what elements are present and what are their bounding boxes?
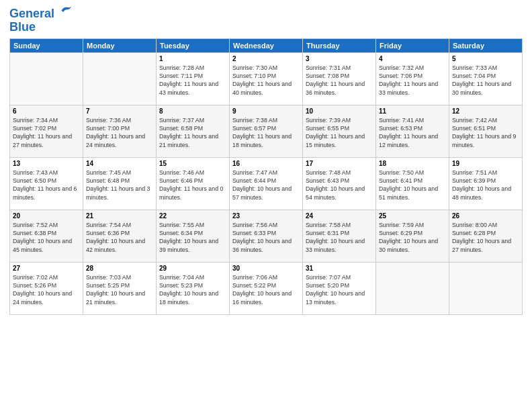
cell-day-number: 17 (306, 160, 373, 167)
cell-day-number: 21 (86, 212, 153, 220)
cell-info-text: Sunrise: 7:04 AMSunset: 5:23 PMDaylight:… (159, 273, 226, 306)
cell-info-text: Sunrise: 7:45 AMSunset: 6:48 PMDaylight:… (86, 169, 153, 201)
calendar-table: SundayMondayTuesdayWednesdayThursdayFrid… (9, 38, 523, 315)
cell-day-number: 29 (159, 265, 226, 272)
calendar-cell: 19Sunrise: 7:51 AMSunset: 6:39 PMDayligh… (449, 157, 523, 210)
calendar-cell: 31Sunrise: 7:07 AMSunset: 5:20 PMDayligh… (303, 262, 376, 314)
calendar-cell (449, 262, 523, 314)
cell-day-number: 22 (159, 212, 226, 220)
calendar-cell: 3Sunrise: 7:31 AMSunset: 7:08 PMDaylight… (303, 52, 376, 105)
cell-day-number: 9 (232, 107, 300, 115)
cell-day-number: 20 (13, 212, 80, 220)
calendar-cell: 13Sunrise: 7:43 AMSunset: 6:50 PMDayligh… (10, 157, 83, 210)
calendar-week-row: 13Sunrise: 7:43 AMSunset: 6:50 PMDayligh… (10, 157, 523, 210)
calendar-cell: 16Sunrise: 7:47 AMSunset: 6:44 PMDayligh… (230, 157, 303, 210)
cell-day-number: 14 (86, 160, 153, 167)
cell-info-text: Sunrise: 7:55 AMSunset: 6:34 PMDaylight:… (159, 221, 226, 254)
cell-info-text: Sunrise: 7:32 AMSunset: 7:06 PMDaylight:… (379, 64, 446, 97)
calendar-cell: 12Sunrise: 7:42 AMSunset: 6:51 PMDayligh… (449, 105, 523, 157)
cell-day-number: 1 (159, 55, 226, 62)
cell-day-number: 16 (232, 160, 300, 167)
cell-day-number: 13 (13, 160, 80, 167)
calendar-cell: 27Sunrise: 7:02 AMSunset: 5:26 PMDayligh… (10, 262, 83, 314)
cell-info-text: Sunrise: 7:06 AMSunset: 5:22 PMDaylight:… (232, 273, 300, 306)
calendar-week-row: 1Sunrise: 7:28 AMSunset: 7:11 PMDaylight… (10, 52, 523, 105)
calendar-cell (376, 262, 449, 314)
calendar-cell: 9Sunrise: 7:38 AMSunset: 6:57 PMDaylight… (230, 105, 303, 157)
cell-day-number: 19 (452, 160, 519, 167)
calendar-week-row: 20Sunrise: 7:52 AMSunset: 6:38 PMDayligh… (10, 210, 523, 262)
logo: General Blue (9, 7, 73, 34)
weekday-header-friday: Friday (376, 38, 449, 52)
cell-info-text: Sunrise: 7:33 AMSunset: 7:04 PMDaylight:… (452, 64, 519, 97)
logo-text: General (9, 7, 73, 21)
logo-bird-icon (59, 4, 73, 17)
cell-info-text: Sunrise: 7:58 AMSunset: 6:31 PMDaylight:… (306, 221, 373, 254)
page-header: General Blue (9, 7, 523, 34)
cell-info-text: Sunrise: 7:38 AMSunset: 6:57 PMDaylight:… (232, 116, 300, 149)
cell-day-number: 15 (159, 160, 226, 167)
cell-info-text: Sunrise: 8:00 AMSunset: 6:28 PMDaylight:… (452, 221, 519, 254)
cell-info-text: Sunrise: 7:43 AMSunset: 6:50 PMDaylight:… (13, 169, 80, 201)
cell-info-text: Sunrise: 7:51 AMSunset: 6:39 PMDaylight:… (452, 169, 519, 201)
cell-info-text: Sunrise: 7:48 AMSunset: 6:43 PMDaylight:… (306, 169, 373, 201)
cell-day-number: 25 (379, 212, 446, 220)
calendar-cell (10, 52, 83, 105)
cell-day-number: 28 (86, 265, 153, 272)
cell-info-text: Sunrise: 7:42 AMSunset: 6:51 PMDaylight:… (452, 116, 519, 149)
cell-day-number: 11 (379, 107, 446, 115)
calendar-cell: 20Sunrise: 7:52 AMSunset: 6:38 PMDayligh… (10, 210, 83, 262)
calendar-cell: 8Sunrise: 7:37 AMSunset: 6:58 PMDaylight… (157, 105, 230, 157)
calendar-cell: 10Sunrise: 7:39 AMSunset: 6:55 PMDayligh… (303, 105, 376, 157)
cell-info-text: Sunrise: 7:34 AMSunset: 7:02 PMDaylight:… (13, 116, 80, 149)
calendar-cell: 14Sunrise: 7:45 AMSunset: 6:48 PMDayligh… (83, 157, 157, 210)
cell-info-text: Sunrise: 7:46 AMSunset: 6:46 PMDaylight:… (159, 169, 226, 201)
calendar-cell: 21Sunrise: 7:54 AMSunset: 6:36 PMDayligh… (83, 210, 157, 262)
calendar-cell: 18Sunrise: 7:50 AMSunset: 6:41 PMDayligh… (376, 157, 449, 210)
calendar-cell: 2Sunrise: 7:30 AMSunset: 7:10 PMDaylight… (230, 52, 303, 105)
cell-info-text: Sunrise: 7:47 AMSunset: 6:44 PMDaylight:… (232, 169, 300, 201)
calendar-cell: 29Sunrise: 7:04 AMSunset: 5:23 PMDayligh… (157, 262, 230, 314)
calendar-cell: 23Sunrise: 7:56 AMSunset: 6:33 PMDayligh… (230, 210, 303, 262)
cell-info-text: Sunrise: 7:52 AMSunset: 6:38 PMDaylight:… (13, 221, 80, 254)
cell-info-text: Sunrise: 7:54 AMSunset: 6:36 PMDaylight:… (86, 221, 153, 254)
cell-info-text: Sunrise: 7:39 AMSunset: 6:55 PMDaylight:… (306, 116, 373, 149)
cell-info-text: Sunrise: 7:31 AMSunset: 7:08 PMDaylight:… (306, 64, 373, 97)
cell-day-number: 24 (306, 212, 373, 220)
weekday-header-tuesday: Tuesday (157, 38, 230, 52)
cell-info-text: Sunrise: 7:59 AMSunset: 6:29 PMDaylight:… (379, 221, 446, 254)
calendar-cell: 11Sunrise: 7:41 AMSunset: 6:53 PMDayligh… (376, 105, 449, 157)
weekday-header-monday: Monday (83, 38, 157, 52)
cell-day-number: 18 (379, 160, 446, 167)
cell-day-number: 8 (159, 107, 226, 115)
cell-day-number: 4 (379, 55, 446, 62)
calendar-cell: 1Sunrise: 7:28 AMSunset: 7:11 PMDaylight… (157, 52, 230, 105)
calendar-cell: 5Sunrise: 7:33 AMSunset: 7:04 PMDaylight… (449, 52, 523, 105)
calendar-cell: 22Sunrise: 7:55 AMSunset: 6:34 PMDayligh… (157, 210, 230, 262)
calendar-cell: 30Sunrise: 7:06 AMSunset: 5:22 PMDayligh… (230, 262, 303, 314)
weekday-header-saturday: Saturday (449, 38, 523, 52)
cell-day-number: 12 (452, 107, 519, 115)
calendar-cell: 4Sunrise: 7:32 AMSunset: 7:06 PMDaylight… (376, 52, 449, 105)
weekday-header-wednesday: Wednesday (230, 38, 303, 52)
calendar-cell: 17Sunrise: 7:48 AMSunset: 6:43 PMDayligh… (303, 157, 376, 210)
cell-info-text: Sunrise: 7:28 AMSunset: 7:11 PMDaylight:… (159, 64, 226, 97)
calendar-week-row: 27Sunrise: 7:02 AMSunset: 5:26 PMDayligh… (10, 262, 523, 314)
cell-day-number: 7 (86, 107, 153, 115)
cell-info-text: Sunrise: 7:56 AMSunset: 6:33 PMDaylight:… (232, 221, 300, 254)
calendar-cell: 15Sunrise: 7:46 AMSunset: 6:46 PMDayligh… (157, 157, 230, 210)
cell-day-number: 2 (232, 55, 300, 62)
weekday-header-sunday: Sunday (10, 38, 83, 52)
cell-info-text: Sunrise: 7:02 AMSunset: 5:26 PMDaylight:… (13, 273, 80, 306)
calendar-header-row: SundayMondayTuesdayWednesdayThursdayFrid… (10, 38, 523, 52)
calendar-cell: 24Sunrise: 7:58 AMSunset: 6:31 PMDayligh… (303, 210, 376, 262)
cell-day-number: 26 (452, 212, 519, 220)
cell-info-text: Sunrise: 7:03 AMSunset: 5:25 PMDaylight:… (86, 273, 153, 306)
weekday-header-thursday: Thursday (303, 38, 376, 52)
cell-info-text: Sunrise: 7:37 AMSunset: 6:58 PMDaylight:… (159, 116, 226, 149)
calendar-cell: 6Sunrise: 7:34 AMSunset: 7:02 PMDaylight… (10, 105, 83, 157)
calendar-cell: 7Sunrise: 7:36 AMSunset: 7:00 PMDaylight… (83, 105, 157, 157)
cell-info-text: Sunrise: 7:07 AMSunset: 5:20 PMDaylight:… (306, 273, 373, 306)
cell-day-number: 31 (306, 265, 373, 272)
cell-day-number: 23 (232, 212, 300, 220)
